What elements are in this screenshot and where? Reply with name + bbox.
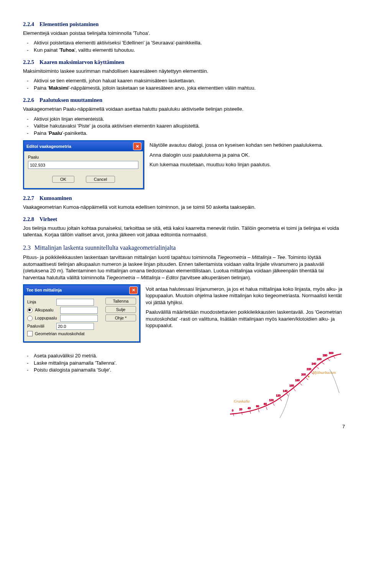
- checkbox-label-geom: Geometrian muutoskohdat: [35, 331, 85, 337]
- map-illustration: 0 20 40 60 80 100 120 140 160 180 200 22…: [226, 351, 345, 418]
- centerline-desc-2: Paaluvälillä määritetään muodostettavien…: [146, 309, 345, 329]
- svg-text:0: 0: [232, 409, 233, 412]
- svg-line-12: [280, 398, 282, 401]
- dialog-desc-1: Näytölle avautuu dialogi, jossa on kysei…: [150, 142, 345, 149]
- svg-text:300: 300: [329, 352, 334, 354]
- para-226: Vaakageometrian Paalu-näppäimellä voidaa…: [23, 106, 345, 113]
- svg-text:180: 180: [295, 379, 300, 382]
- field-label-linja: Linja: [27, 299, 54, 305]
- svg-text:100: 100: [269, 399, 274, 401]
- field-label-paaluvali: Paaluväli: [27, 323, 54, 329]
- list-item: Aktivoi jokin linjan elementeistä.: [23, 116, 345, 123]
- svg-line-26: [322, 362, 324, 364]
- centerline-desc-1: Voit antaa halutessasi linjanumeron, ja …: [146, 286, 345, 306]
- page-number: 7: [23, 423, 345, 430]
- svg-line-18: [300, 383, 302, 385]
- svg-text:40: 40: [248, 407, 251, 409]
- heading-225: 2.2.5Kaaren maksimiarvon käyttäminen: [23, 59, 345, 66]
- paaluvali-input[interactable]: [56, 323, 94, 330]
- dialog-edit-horizontal-geometry: Editoi vaakageometria ✕ Paalu OK Cancel: [23, 140, 144, 189]
- radio-label-alkupaalu: Alkupaalu: [35, 307, 58, 313]
- heading-224: 2.2.4Elementtien poistaminen: [23, 21, 345, 28]
- heading-226: 2.2.6Paalutuksen muuttaminen: [23, 97, 345, 104]
- dialog-title: Editoi vaakageometria: [26, 144, 71, 149]
- ohje-button[interactable]: Ohje *: [105, 314, 136, 321]
- tallenna-button[interactable]: Tallenna: [105, 298, 136, 305]
- alkupaalu-input[interactable]: [60, 307, 98, 314]
- svg-text:200: 200: [301, 373, 306, 376]
- svg-line-24: [317, 367, 319, 369]
- list-item: Poistu dialogista painamalla 'Sulje'.: [23, 367, 221, 373]
- svg-line-8: [266, 407, 267, 410]
- list-225: Aktivoi se tien elementti, johon haluat …: [23, 77, 345, 91]
- svg-text:160: 160: [289, 384, 294, 387]
- heading-228: 2.2.8Virheet: [23, 216, 345, 223]
- list-item: Aktivoi se tien elementti, johon haluat …: [23, 77, 345, 84]
- para-227: Vaakageometrian Kumoa-näppäimellä voit k…: [23, 204, 345, 211]
- paalu-input[interactable]: [28, 161, 138, 169]
- svg-line-28: [328, 359, 330, 361]
- checkbox-geom-changes[interactable]: [27, 331, 33, 336]
- radio-loppupaalu[interactable]: [27, 316, 33, 321]
- svg-text:280: 280: [323, 354, 327, 357]
- para-23-intro: Pituus- ja poikkileikkausten laskentaan …: [23, 254, 345, 281]
- para-224: Elementtejä voidaan poistaa tielinjalta …: [23, 30, 345, 37]
- svg-line-20: [306, 378, 308, 380]
- field-label-paalu: Paalu: [28, 154, 139, 160]
- linja-input[interactable]: [56, 299, 94, 306]
- list-item: Kun painat 'Tuhoa', valittu elementti tu…: [23, 47, 345, 54]
- list-item: Paina 'Paalu'-painiketta.: [23, 130, 345, 137]
- svg-line-16: [294, 388, 296, 391]
- list-224: Aktivoi poistettava elementti aktiivisek…: [23, 39, 345, 53]
- list-item: Valitse hakutavaksi 'Piste' ja osoita ak…: [23, 123, 345, 129]
- svg-text:240: 240: [312, 362, 316, 365]
- sulje-button[interactable]: Sulje: [105, 306, 136, 313]
- dialog-desc-2: Anna dialogiin uusi paalulukema ja paina…: [150, 152, 345, 159]
- list-item: Aseta paaluväliksi 20 metriä.: [23, 352, 221, 359]
- map-label-grankulla: Grankulla: [234, 399, 250, 403]
- svg-line-6: [258, 409, 259, 412]
- list-item: Aktivoi poistettava elementti aktiivisek…: [23, 39, 345, 46]
- dialog-create-centerline: Tee tien mittalinja ✕ Linja Alkupaalu Lo…: [23, 284, 140, 343]
- heading-23: 2.3Mittalinjan laskenta suunnitellulta v…: [23, 244, 345, 252]
- titlebar: Tee tien mittalinja ✕: [24, 285, 139, 295]
- svg-point-32: [308, 376, 309, 377]
- list-item: Laske mittalinja painamalla 'Tallenna'.: [23, 360, 221, 367]
- titlebar: Editoi vaakageometria ✕: [24, 141, 143, 151]
- radio-label-loppupaalu: Loppupaalu: [35, 315, 58, 321]
- svg-text:20: 20: [239, 408, 242, 411]
- svg-line-14: [287, 394, 289, 396]
- para-228: Jos tielinja muuttuu joltain kohtaa puna…: [23, 225, 345, 238]
- svg-text:220: 220: [307, 368, 311, 370]
- dialog-desc-3: Kun lukemaa muutetaan, muuttuu koko linj…: [150, 161, 345, 168]
- loppupaalu-input[interactable]: [60, 315, 98, 322]
- list-226: Aktivoi jokin linjan elementeistä. Valit…: [23, 116, 345, 137]
- close-icon[interactable]: ✕: [133, 142, 141, 150]
- svg-text:260: 260: [317, 358, 322, 360]
- svg-text:80: 80: [264, 403, 267, 405]
- svg-line-10: [273, 403, 274, 406]
- list-bottom: Aseta paaluväliksi 20 metriä. Laske mitt…: [23, 352, 221, 373]
- dialog-title: Tee tien mittalinja: [26, 287, 62, 293]
- svg-line-30: [334, 356, 335, 359]
- list-item: Paina 'Maksimi'-näppäimestä, jolloin las…: [23, 85, 345, 92]
- ok-button[interactable]: OK: [52, 176, 74, 183]
- para-225: Maksimitoiminto laskee suurimman mahdoll…: [23, 68, 345, 75]
- heading-227: 2.2.7Kumoaminen: [23, 195, 345, 202]
- close-icon[interactable]: ✕: [129, 287, 138, 294]
- cancel-button[interactable]: Cancel: [86, 176, 115, 183]
- svg-text:120: 120: [276, 394, 281, 397]
- svg-text:140: 140: [283, 390, 288, 392]
- radio-alkupaalu[interactable]: [27, 308, 33, 313]
- svg-text:60: 60: [256, 405, 259, 408]
